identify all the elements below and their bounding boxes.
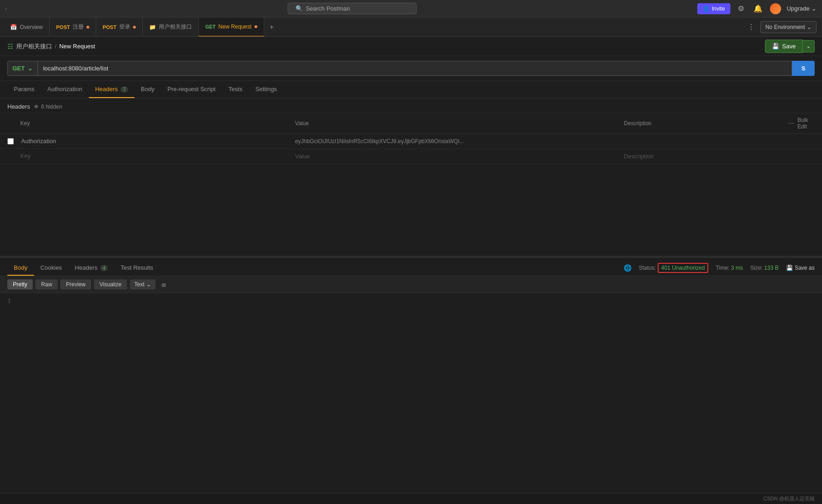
req-tab-pre-request[interactable]: Pre-request Script (161, 81, 222, 98)
empty-row-description[interactable]: Description (616, 149, 781, 163)
invite-icon: 👤 (703, 6, 710, 12)
save-as-button[interactable]: 💾 Save as (786, 265, 815, 271)
tab-overview-label: Overview (20, 24, 43, 30)
row-actions-authorization (781, 134, 822, 149)
raw-button[interactable]: Raw (35, 279, 58, 290)
tab-overflow-button[interactable]: ⋮ (746, 21, 757, 33)
send-label: S (801, 65, 805, 72)
preview-label: Preview (66, 281, 86, 288)
text-format-label: Text (134, 281, 145, 288)
req-tab-settings[interactable]: Settings (249, 81, 284, 98)
tab-overview[interactable]: 📅 Overview (4, 17, 50, 37)
table-row: Authorization eyJhbGciOiJIUzI1NiIsInR5cC… (0, 134, 822, 149)
resp-headers-tab-label: Headers (75, 264, 98, 271)
headers-table: Key Value Description ⋯ Bulk Edit Author… (0, 113, 822, 164)
tab-new-request[interactable]: GET New Request (199, 17, 264, 37)
size-group: Size: 133 B (750, 265, 778, 271)
tab-register-method: POST (56, 24, 70, 30)
tab-login[interactable]: POST 登录 (96, 17, 143, 37)
req-tab-params[interactable]: Params (7, 81, 41, 98)
method-selector[interactable]: GET ⌄ (7, 61, 38, 76)
hidden-headers-badge: 👁 6 hidden (34, 104, 62, 110)
upgrade-label: Upgrade (787, 5, 810, 12)
nav-chevron-icon[interactable]: ‹ (6, 6, 7, 11)
settings-tab-label: Settings (255, 86, 277, 93)
actions-column-header: ⋯ Bulk Edit (781, 113, 822, 134)
breadcrumb: ☷ 用户相关接口 / New Request (7, 42, 95, 51)
tab-new-request-label: New Request (219, 23, 252, 30)
tab-bar-right: ⋮ No Environment ⌄ (746, 21, 822, 33)
settings-icon-button[interactable]: ⚙ (736, 2, 746, 15)
save-button[interactable]: 💾 Save (765, 40, 803, 53)
resp-tab-body[interactable]: Body (7, 261, 34, 276)
status-box: 401 Unauthorized (658, 263, 709, 273)
breadcrumb-collection[interactable]: 用户相关接口 (16, 42, 52, 51)
resp-tab-headers[interactable]: Headers 4 (69, 261, 114, 276)
req-tab-tests[interactable]: Tests (222, 81, 249, 98)
tab-login-method: POST (103, 24, 116, 30)
more-options-icon[interactable]: ⋯ (788, 120, 794, 127)
headers-section-label: Headers (7, 103, 30, 110)
empty-row-value[interactable]: Value (288, 149, 616, 163)
breadcrumb-bar: ☷ 用户相关接口 / New Request 💾 Save ⌄ (0, 37, 822, 56)
resp-tab-test-results[interactable]: Test Results (114, 261, 160, 276)
headers-section: Headers 👁 6 hidden (0, 98, 822, 113)
tab-register-label: 注册 (73, 23, 84, 31)
pretty-label: Pretty (13, 281, 27, 288)
tab-login-dot (133, 26, 136, 29)
tab-register-dot (87, 26, 89, 29)
empty-row-key[interactable]: Key (20, 152, 30, 159)
row-key-authorization: Authorization (21, 138, 56, 145)
visualize-button[interactable]: Visualize (94, 279, 127, 290)
req-tab-authorization[interactable]: Authorization (41, 81, 89, 98)
environment-selector[interactable]: No Environment ⌄ (760, 21, 816, 33)
tests-tab-label: Tests (228, 86, 242, 93)
send-button[interactable]: S (792, 61, 815, 76)
req-tab-headers[interactable]: Headers 7 (89, 81, 134, 98)
code-area: 1 (0, 293, 822, 330)
search-icon: 🔍 (295, 5, 303, 12)
search-bar[interactable]: 🔍 Search Postman (288, 3, 417, 14)
wrap-text-icon-button[interactable]: ≣ (158, 279, 169, 290)
notification-icon-button[interactable]: 🔔 (752, 2, 764, 15)
status-label: Status: (639, 265, 656, 271)
invite-button[interactable]: 👤 Invite (697, 3, 730, 14)
description-column-header: Description (616, 113, 781, 134)
method-label: GET (12, 65, 25, 72)
bulk-edit-link[interactable]: Bulk Edit (798, 117, 815, 130)
time-group: Time: 3 ms (716, 265, 743, 271)
body-tab-label: Body (141, 86, 155, 93)
collection-icon: ☷ (7, 43, 13, 50)
add-tab-button[interactable]: + (264, 17, 279, 37)
row-checkbox[interactable] (7, 138, 14, 145)
tab-user-api[interactable]: 📁 用户相关接口 (143, 17, 199, 37)
authorization-tab-label: Authorization (47, 86, 82, 93)
tab-user-api-label: 用户相关接口 (159, 23, 192, 31)
save-dropdown-button[interactable]: ⌄ (803, 40, 815, 52)
text-format-selector[interactable]: Text ⌄ (130, 279, 156, 290)
req-tab-body[interactable]: Body (134, 81, 161, 98)
top-bar: ‹ 🔍 Search Postman 👤 Invite ⚙ 🔔 Upgrade … (0, 0, 822, 17)
user-avatar (770, 3, 781, 14)
folder-icon: 📁 (149, 24, 156, 30)
footer: CSDN @机器人迈克猫 (0, 493, 822, 504)
preview-button[interactable]: Preview (60, 279, 91, 290)
format-bar: Pretty Raw Preview Visualize Text ⌄ ≣ (0, 276, 822, 293)
table-row: Key Value Description (0, 149, 822, 163)
url-bar: GET ⌄ S (0, 56, 822, 81)
line-number-1: 1 (7, 298, 11, 305)
save-as-label: Save as (795, 265, 815, 271)
hidden-count: 6 hidden (41, 104, 62, 110)
resp-tab-cookies[interactable]: Cookies (34, 261, 69, 276)
url-input[interactable] (38, 61, 793, 76)
search-placeholder: Search Postman (306, 5, 350, 12)
upgrade-button[interactable]: Upgrade ⌄ (787, 5, 816, 12)
tab-register[interactable]: POST 注册 (50, 17, 96, 37)
key-column-header: Key (0, 113, 288, 134)
status-value: 401 Unauthorized (661, 265, 705, 271)
tab-bar: 📅 Overview POST 注册 POST 登录 📁 用户相关接口 GET … (0, 17, 822, 37)
invite-label: Invite (712, 6, 725, 12)
pretty-button[interactable]: Pretty (7, 279, 33, 290)
response-meta: 🌐 Status: 401 Unauthorized Time: 3 ms Si… (624, 264, 815, 272)
top-bar-right: 👤 Invite ⚙ 🔔 Upgrade ⌄ (697, 2, 816, 15)
